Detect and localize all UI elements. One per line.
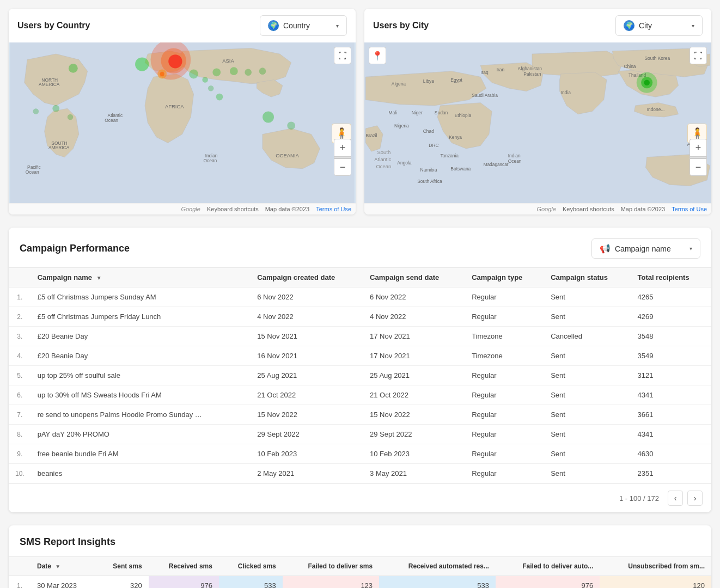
- country-dropdown[interactable]: 🌍 Country ▾: [260, 15, 347, 36]
- svg-point-17: [68, 114, 74, 120]
- col-campaign-name[interactable]: Campaign name ▼: [31, 268, 251, 287]
- sms-table-body: 1. 30 Mar 2023 320 976 533 123 533 976 1…: [9, 576, 711, 589]
- svg-text:Sudan: Sudan: [435, 110, 448, 115]
- col-send-date: Campaign send date: [363, 268, 465, 287]
- cell-status: Sent: [544, 444, 631, 464]
- google-logo-city: Google: [536, 206, 556, 212]
- svg-point-13: [216, 94, 223, 101]
- cell-recipients: 3548: [631, 327, 711, 346]
- svg-text:Indian: Indian: [508, 153, 521, 158]
- table-row: 10. beanies 2 May 2021 3 May 2021 Regula…: [9, 464, 711, 483]
- svg-text:Nigeria: Nigeria: [394, 123, 409, 128]
- sms-cell-received: 976: [149, 576, 219, 589]
- cell-type: Regular: [465, 405, 544, 425]
- country-map-footer: Google Keyboard shortcuts Map data ©2023…: [9, 203, 356, 215]
- cell-recipients: 3661: [631, 405, 711, 425]
- svg-text:Afghanistan: Afghanistan: [518, 66, 542, 71]
- chevron-down-icon: ▾: [336, 23, 339, 29]
- cell-recipients: 4341: [631, 425, 711, 444]
- cell-type: Regular: [465, 366, 544, 385]
- sms-table: Date ▼ Sent sms Received sms Clicked sms…: [9, 556, 711, 588]
- cell-type: Timezone: [465, 346, 544, 366]
- svg-text:Namibia: Namibia: [420, 167, 437, 173]
- svg-point-7: [212, 68, 221, 76]
- sms-col-received: Received sms: [149, 557, 219, 576]
- cell-num: 6.: [9, 385, 31, 405]
- svg-text:AMERICA: AMERICA: [39, 82, 60, 87]
- svg-text:Ocean: Ocean: [376, 163, 391, 169]
- cell-recipients: 3121: [631, 366, 711, 385]
- cell-created-date: 4 Nov 2022: [251, 307, 363, 327]
- city-dropdown[interactable]: 🌍 City ▾: [615, 15, 703, 36]
- svg-text:Ocean: Ocean: [508, 158, 522, 164]
- svg-point-10: [259, 68, 266, 75]
- zoom-in-button[interactable]: +: [334, 139, 351, 156]
- country-map-container: NORTH AMERICA Atlantic Ocean AFRICA ASIA…: [9, 42, 356, 203]
- campaign-dropdown-inner: 📢 Campaign name: [600, 243, 671, 254]
- campaign-table: Campaign name ▼ Campaign created date Ca…: [9, 267, 711, 483]
- sms-col-date[interactable]: Date ▼: [30, 557, 96, 576]
- keyboard-shortcuts-country[interactable]: Keyboard shortcuts: [207, 206, 259, 212]
- cell-recipients: 3549: [631, 346, 711, 366]
- cell-type: Regular: [465, 385, 544, 405]
- campaign-dropdown[interactable]: 📢 Campaign name ▾: [591, 238, 700, 259]
- svg-text:Tanzania: Tanzania: [440, 153, 459, 158]
- cell-status: Sent: [544, 287, 631, 307]
- cell-created-date: 25 Aug 2021: [251, 366, 363, 385]
- fullscreen-button-country[interactable]: [334, 47, 351, 64]
- svg-text:Iran: Iran: [497, 67, 505, 72]
- table-row: 9. free beanie bundle Fri AM 10 Feb 2023…: [9, 444, 711, 464]
- cell-campaign-name: beanies: [31, 464, 251, 483]
- keyboard-shortcuts-city[interactable]: Keyboard shortcuts: [563, 206, 614, 212]
- city-zoom-out-button[interactable]: −: [690, 158, 707, 176]
- sms-col-num: [9, 557, 30, 576]
- city-chevron-down-icon: ▾: [692, 23, 694, 29]
- cell-status: Sent: [544, 346, 631, 366]
- cell-status: Sent: [544, 425, 631, 444]
- campaign-header: Campaign Performance 📢 Campaign name ▾: [9, 228, 711, 267]
- cell-campaign-name: pAY daY 20% PROMO: [31, 425, 251, 444]
- svg-text:Niger: Niger: [412, 110, 423, 115]
- sms-cell-clicked: 533: [219, 576, 283, 589]
- cell-recipients: 4269: [631, 307, 711, 327]
- city-globe-icon: 🌍: [624, 20, 634, 31]
- sort-indicator: ▼: [96, 275, 102, 281]
- cell-type: Regular: [465, 307, 544, 327]
- cell-send-date: 15 Nov 2022: [363, 405, 465, 425]
- megaphone-icon: 📢: [600, 243, 611, 254]
- table-row: 4. £20 Beanie Day 16 Nov 2021 17 Nov 202…: [9, 346, 711, 366]
- terms-city[interactable]: Terms of Use: [672, 206, 707, 212]
- pagination-next-button[interactable]: ›: [687, 491, 703, 506]
- cell-recipients: 4630: [631, 444, 711, 464]
- campaign-section: Campaign Performance 📢 Campaign name ▾ C…: [9, 228, 711, 512]
- svg-text:Mali: Mali: [389, 110, 398, 115]
- cell-type: Regular: [465, 425, 544, 444]
- campaign-title: Campaign Performance: [20, 243, 130, 254]
- cell-created-date: 16 Nov 2021: [251, 346, 363, 366]
- svg-point-14: [263, 111, 274, 122]
- terms-country[interactable]: Terms of Use: [316, 206, 351, 212]
- cell-send-date: 10 Feb 2023: [363, 444, 465, 464]
- zoom-out-button[interactable]: −: [334, 158, 351, 176]
- cell-num: 1.: [9, 287, 31, 307]
- cell-num: 3.: [9, 327, 31, 346]
- map-pin-icon[interactable]: 📍: [369, 47, 386, 64]
- cell-send-date: 21 Oct 2022: [363, 385, 465, 405]
- cell-created-date: 15 Nov 2021: [251, 327, 363, 346]
- cell-send-date: 29 Sept 2022: [363, 425, 465, 444]
- cell-campaign-name: re send to unopens Palms Hoodie Promo Su…: [31, 405, 251, 425]
- table-row: 8. pAY daY 20% PROMO 29 Sept 2022 29 Sep…: [9, 425, 711, 444]
- sms-col-failed: Failed to deliver sms: [283, 557, 379, 576]
- cell-num: 9.: [9, 444, 31, 464]
- city-zoom-in-button[interactable]: +: [690, 139, 707, 156]
- svg-text:ASIA: ASIA: [222, 58, 234, 64]
- cell-num: 7.: [9, 405, 31, 425]
- table-row: 5. up top 25% off soulful sale 25 Aug 20…: [9, 366, 711, 385]
- svg-text:Chad: Chad: [423, 128, 434, 134]
- fullscreen-button-city[interactable]: [690, 47, 707, 64]
- pagination-prev-button[interactable]: ‹: [668, 491, 683, 506]
- sms-title: SMS Report Insights: [20, 536, 115, 547]
- sms-table-row: 1. 30 Mar 2023 320 976 533 123 533 976 1…: [9, 576, 711, 589]
- campaign-header-row: Campaign name ▼ Campaign created date Ca…: [9, 268, 711, 287]
- sms-cell-failed: 123: [283, 576, 379, 589]
